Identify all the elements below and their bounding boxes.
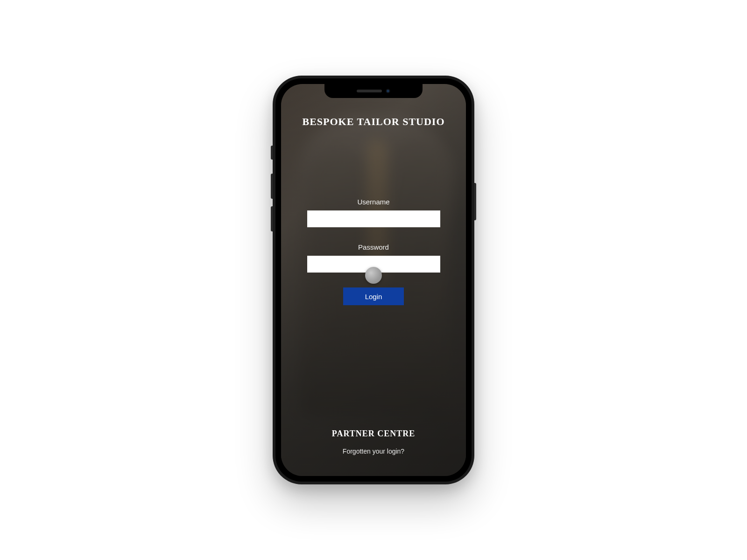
forgot-login-link[interactable]: Forgotten your login? [343, 448, 404, 455]
phone-volume-down-button [271, 206, 273, 231]
phone-front-camera-icon [386, 89, 390, 93]
phone-speaker [357, 90, 382, 92]
phone-volume-up-button [271, 174, 273, 199]
password-label: Password [358, 243, 389, 251]
phone-power-button [474, 183, 476, 220]
app-screen: BESPOKE TAILOR STUDIO Username Password … [281, 84, 466, 476]
phone-notch [324, 84, 423, 98]
login-button[interactable]: Login [343, 287, 404, 305]
phone-silence-switch [271, 146, 273, 160]
app-title: BESPOKE TAILOR STUDIO [302, 116, 444, 128]
login-form: Username Password Login [294, 198, 453, 305]
footer: PARTNER CENTRE Forgotten your login? [281, 429, 466, 455]
stage: BESPOKE TAILOR STUDIO Username Password … [0, 0, 747, 560]
loading-spinner-icon [365, 267, 382, 284]
username-input[interactable] [307, 210, 440, 227]
phone-frame: BESPOKE TAILOR STUDIO Username Password … [273, 76, 474, 484]
username-label: Username [357, 198, 389, 206]
app-content: BESPOKE TAILOR STUDIO Username Password … [281, 84, 466, 476]
footer-title: PARTNER CENTRE [281, 429, 466, 439]
